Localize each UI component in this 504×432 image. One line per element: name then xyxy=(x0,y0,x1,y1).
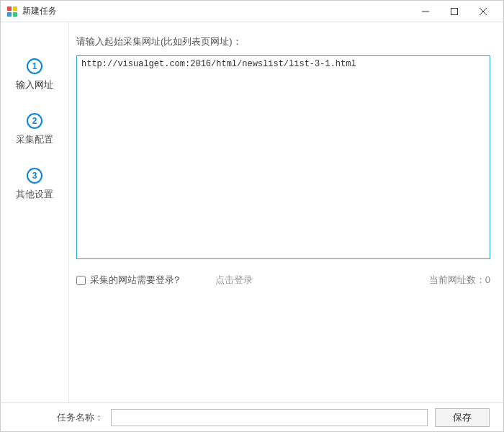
options-row: 采集的网站需要登录? 点击登录 当前网址数：0 xyxy=(76,272,490,288)
window-controls xyxy=(411,1,498,22)
save-button[interactable]: 保存 xyxy=(435,408,490,427)
window-root: 新建任务 1 输入网址 2 采集配置 3 其他设置 xyxy=(0,0,504,432)
step-number-icon: 2 xyxy=(27,113,42,129)
sidebar-item-label: 采集配置 xyxy=(16,133,53,146)
svg-rect-5 xyxy=(451,8,458,14)
svg-rect-1 xyxy=(13,6,17,11)
main-content: 请输入起始采集网址(比如列表页网址)： 采集的网站需要登录? 点击登录 当前网址… xyxy=(69,22,503,402)
maximize-button[interactable] xyxy=(440,1,469,22)
click-login-link[interactable]: 点击登录 xyxy=(215,274,253,287)
url-input[interactable] xyxy=(76,55,490,259)
login-required-checkbox-wrap[interactable]: 采集的网站需要登录? xyxy=(76,274,179,287)
window-title: 新建任务 xyxy=(22,5,411,17)
url-count-label: 当前网址数：0 xyxy=(429,274,490,287)
close-button[interactable] xyxy=(469,1,498,22)
sidebar-item-input-url[interactable]: 1 输入网址 xyxy=(1,51,68,106)
sidebar: 1 输入网址 2 采集配置 3 其他设置 xyxy=(1,22,69,402)
step-number-icon: 1 xyxy=(27,58,42,74)
svg-rect-0 xyxy=(7,6,12,11)
login-required-checkbox[interactable] xyxy=(76,276,86,285)
task-name-label: 任务名称： xyxy=(57,411,104,424)
sidebar-item-label: 输入网址 xyxy=(16,78,53,91)
titlebar: 新建任务 xyxy=(1,1,503,22)
sidebar-item-other-settings[interactable]: 3 其他设置 xyxy=(1,161,68,215)
login-required-label: 采集的网站需要登录? xyxy=(90,274,179,287)
svg-rect-2 xyxy=(7,12,12,17)
prompt-label: 请输入起始采集网址(比如列表页网址)： xyxy=(76,35,490,48)
minimize-button[interactable] xyxy=(411,1,440,22)
task-name-input[interactable] xyxy=(111,409,428,426)
svg-rect-3 xyxy=(13,12,17,17)
app-icon xyxy=(6,6,18,17)
sidebar-item-label: 其他设置 xyxy=(16,188,53,201)
sidebar-item-collection-config[interactable]: 2 采集配置 xyxy=(1,106,68,161)
body-area: 1 输入网址 2 采集配置 3 其他设置 请输入起始采集网址(比如列表页网址)：… xyxy=(1,22,503,402)
step-number-icon: 3 xyxy=(27,168,42,184)
footer: 任务名称： 保存 xyxy=(1,402,503,431)
